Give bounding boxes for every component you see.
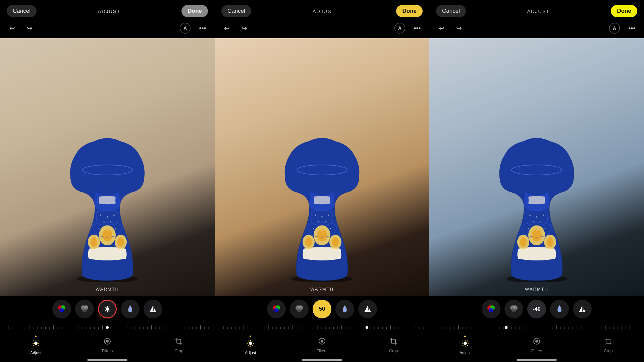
tab-adjust-label-2: Adjust (245, 351, 256, 355)
svg-point-20 (59, 308, 64, 312)
adj-icons-row-3: -40 (429, 296, 644, 322)
cancel-button-2[interactable]: Cancel (221, 5, 251, 17)
svg-point-6 (91, 237, 97, 247)
svg-point-84 (305, 237, 312, 247)
adj-contrast-2[interactable] (358, 300, 377, 318)
tab-active-dot-2 (250, 336, 251, 337)
svg-point-15 (107, 230, 108, 231)
adjust-label-2: ADJUST (313, 8, 335, 14)
tab-crop-3[interactable]: Crop (573, 337, 644, 353)
adj-tint-3[interactable] (550, 300, 569, 318)
redo-button-1[interactable]: ↪ (24, 23, 35, 34)
undo-button-1[interactable]: ↩ (7, 23, 17, 34)
tab-filters-1[interactable]: Filters (71, 337, 143, 353)
done-button-2[interactable]: Done (396, 5, 423, 17)
svg-point-75 (106, 326, 109, 329)
tab-adjust-2[interactable]: Adjust (215, 336, 286, 355)
tab-adjust-1[interactable]: Adjust (0, 336, 71, 355)
auto-button-3[interactable]: A (609, 23, 620, 34)
done-button-3[interactable]: Done (611, 5, 637, 17)
undo-button-3[interactable]: ↩ (436, 23, 447, 34)
more-button-1[interactable]: ••• (197, 23, 208, 34)
svg-point-170 (536, 230, 537, 231)
more-button-3[interactable]: ••• (627, 23, 637, 34)
svg-point-167 (540, 221, 541, 222)
svg-point-94 (311, 237, 312, 238)
adj-warmth-1[interactable] (98, 300, 117, 318)
adj-color-3[interactable] (482, 300, 500, 318)
adj-icons-row-2: 50 (215, 296, 429, 322)
svg-point-10 (113, 215, 115, 216)
svg-point-24 (106, 307, 109, 311)
adj-warmth-3[interactable]: -40 (527, 300, 546, 318)
svg-point-23 (82, 308, 87, 312)
tab-crop-2[interactable]: Crop (358, 337, 429, 353)
svg-point-17 (118, 237, 119, 238)
svg-point-8 (100, 215, 101, 216)
svg-point-9 (107, 216, 108, 218)
tab-adjust-label-1: Adjust (30, 351, 41, 355)
done-button-1[interactable]: Done (181, 5, 208, 17)
undo-button-2[interactable]: ↩ (221, 23, 232, 34)
warmth-label-2: WARMTH (310, 287, 334, 292)
bottom-tabs-1: Adjust Filters Crop (0, 333, 215, 359)
svg-point-16 (96, 237, 97, 238)
photo-area-3: WARMTH (429, 38, 644, 296)
warmth-label-3: WARMTH (525, 287, 548, 292)
filters-icon-1 (103, 337, 111, 347)
more-button-2[interactable]: ••• (412, 23, 423, 34)
adj-tint-2[interactable] (335, 300, 354, 318)
svg-point-86 (315, 215, 316, 216)
adj-mono-3[interactable] (504, 300, 523, 318)
svg-point-76 (34, 342, 38, 345)
panel-2: Cancel ADJUST Done ↩ ↪ A ••• WARMTH (215, 0, 429, 362)
tab-filters-2[interactable]: Filters (286, 337, 358, 353)
tab-active-dot-1 (35, 336, 37, 337)
svg-point-90 (325, 221, 326, 222)
adj-color-2[interactable] (267, 300, 286, 318)
svg-point-171 (526, 237, 527, 238)
adjust-icon-3 (461, 339, 469, 349)
svg-point-83 (317, 229, 327, 241)
tab-filters-3[interactable]: Filters (501, 337, 572, 353)
adj-warmth-2[interactable]: 50 (313, 300, 331, 318)
auto-button-1[interactable]: A (180, 23, 191, 34)
adj-mono-1[interactable] (75, 300, 94, 318)
svg-point-93 (321, 230, 323, 231)
vase-2 (275, 138, 369, 282)
tab-adjust-3[interactable]: Adjust (429, 336, 501, 355)
tab-filters-label-3: Filters (531, 349, 542, 353)
svg-point-161 (520, 237, 527, 247)
vase-1 (60, 138, 154, 282)
svg-point-85 (332, 237, 339, 247)
svg-point-152 (366, 326, 368, 329)
svg-point-165 (543, 215, 544, 216)
slider-row-1 (0, 322, 215, 333)
svg-point-175 (489, 308, 493, 312)
adj-tint-1[interactable] (121, 300, 140, 318)
svg-point-95 (332, 237, 333, 238)
bottom-indicator-2 (302, 359, 342, 361)
crop-icon-2 (389, 337, 397, 347)
adjust-icon-2 (247, 339, 255, 349)
cancel-button-3[interactable]: Cancel (436, 5, 466, 17)
redo-button-3[interactable]: ↪ (453, 23, 464, 34)
tab-crop-1[interactable]: Crop (143, 337, 215, 353)
svg-point-168 (528, 228, 529, 229)
svg-point-92 (330, 228, 331, 229)
adj-contrast-3[interactable] (573, 300, 592, 318)
auto-button-2[interactable]: A (394, 23, 405, 34)
top-bar-3: Cancel ADJUST Done (429, 0, 644, 20)
redo-button-2[interactable]: ↪ (239, 23, 250, 34)
svg-point-101 (297, 308, 302, 312)
cancel-button-1[interactable]: Cancel (7, 5, 37, 17)
adj-contrast-1[interactable] (144, 300, 162, 318)
svg-point-87 (321, 216, 323, 218)
vase-3 (490, 138, 584, 282)
warmth-label-1: WARMTH (96, 287, 119, 292)
toolbar-row-3: ↩ ↪ A ••• (429, 20, 644, 36)
adj-color-1[interactable] (52, 300, 71, 318)
adj-mono-2[interactable] (290, 300, 309, 318)
tab-crop-label-3: Crop (604, 349, 612, 353)
photo-area-1: WARMTH (0, 38, 215, 296)
